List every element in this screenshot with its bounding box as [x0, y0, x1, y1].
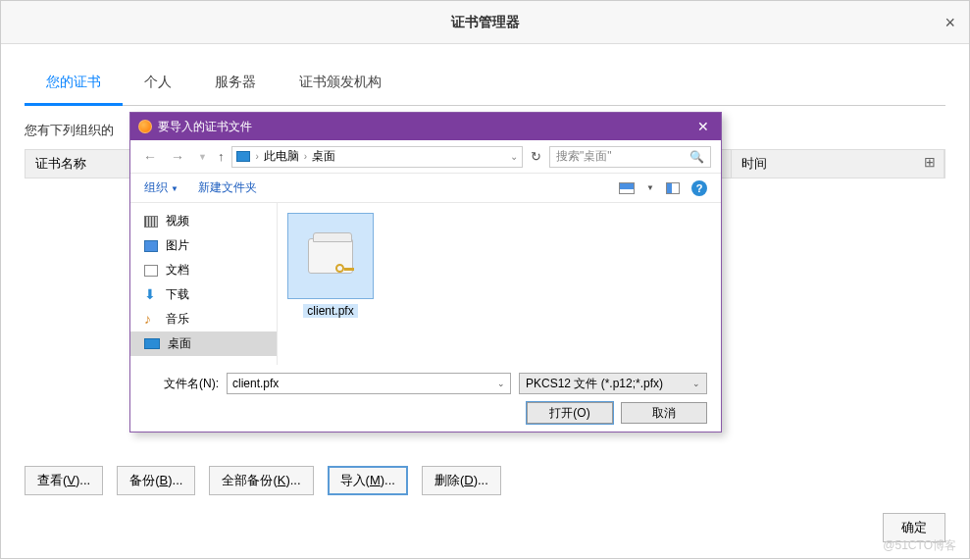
file-picker-bottom: 文件名(N): client.pfx ⌄ PKCS12 文件 (*.p12;*.…	[130, 365, 721, 432]
cert-action-buttons: 查看(V)... 备份(B)... 全部备份(K)... 导入(M)... 删除…	[25, 466, 501, 495]
close-icon[interactable]: ×	[944, 13, 955, 33]
file-picker-sidebar: 视频 图片 文档 ⬇下载 ♪音乐 桌面	[130, 203, 278, 365]
search-input[interactable]: 搜索"桌面" 🔍	[549, 146, 711, 168]
filename-input[interactable]: client.pfx ⌄	[227, 373, 511, 394]
sidebar-item-desktop[interactable]: 桌面	[130, 331, 277, 356]
file-thumbnail	[287, 213, 374, 299]
file-picker-nav: ← → ▼ ↑ › 此电脑 › 桌面 ⌄ ↻ 搜索"桌面" 🔍	[130, 140, 721, 174]
forward-icon[interactable]: →	[168, 149, 187, 165]
cancel-button[interactable]: 取消	[621, 402, 707, 424]
file-name: client.pfx	[303, 304, 357, 318]
sidebar-item-pictures[interactable]: 图片	[130, 233, 277, 258]
music-icon: ♪	[144, 314, 158, 326]
cert-manager-titlebar: 证书管理器 ×	[1, 1, 969, 44]
preview-pane-icon[interactable]	[666, 182, 680, 194]
firefox-icon	[138, 120, 152, 133]
tab-your-certs[interactable]: 您的证书	[25, 62, 123, 106]
organize-menu[interactable]: 组织▼	[144, 179, 179, 196]
file-picker-title: 要导入的证书文件	[158, 119, 693, 135]
view-button[interactable]: 查看(V)...	[25, 466, 103, 495]
view-mode-icon[interactable]	[619, 182, 635, 194]
sidebar-item-video[interactable]: 视频	[130, 209, 277, 233]
help-icon[interactable]: ?	[691, 180, 707, 196]
up-icon[interactable]: ↑	[218, 149, 225, 164]
recent-icon[interactable]: ▼	[195, 152, 210, 162]
file-list[interactable]: client.pfx	[278, 203, 721, 365]
cert-manager-title: 证书管理器	[451, 14, 520, 31]
tab-servers[interactable]: 服务器	[193, 62, 278, 105]
certificate-file-icon	[308, 238, 353, 274]
search-icon: 🔍	[689, 150, 704, 164]
delete-button[interactable]: 删除(D)...	[422, 466, 501, 495]
document-icon	[144, 265, 158, 277]
tab-bar: 您的证书 个人 服务器 证书颁发机构	[25, 62, 945, 106]
back-icon[interactable]: ←	[140, 149, 160, 165]
path-folder[interactable]: 桌面	[312, 148, 335, 165]
new-folder-button[interactable]: 新建文件夹	[198, 179, 257, 196]
file-item[interactable]: client.pfx	[287, 213, 374, 318]
sidebar-item-music[interactable]: ♪音乐	[130, 307, 277, 331]
path-root[interactable]: 此电脑	[264, 148, 299, 165]
file-picker-toolbar: 组织▼ 新建文件夹 ▼ ?	[130, 174, 721, 203]
sidebar-item-downloads[interactable]: ⬇下载	[130, 282, 277, 307]
chevron-right-icon: ›	[304, 151, 307, 162]
close-icon[interactable]: ✕	[693, 119, 713, 134]
refresh-icon[interactable]: ↻	[531, 149, 541, 164]
path-bar[interactable]: › 此电脑 › 桌面 ⌄	[231, 146, 523, 168]
chevron-down-icon[interactable]: ⌄	[497, 379, 505, 388]
tab-authorities[interactable]: 证书颁发机构	[278, 62, 403, 105]
download-icon: ⬇	[144, 289, 158, 301]
column-expand-icon[interactable]: ⊞	[924, 154, 936, 170]
backup-all-button[interactable]: 全部备份(K)...	[209, 466, 313, 495]
file-picker-dialog: 要导入的证书文件 ✕ ← → ▼ ↑ › 此电脑 › 桌面 ⌄ ↻ 搜索"桌面"…	[129, 112, 722, 433]
file-picker-main: 视频 图片 文档 ⬇下载 ♪音乐 桌面 client.pfx	[130, 203, 721, 365]
open-button[interactable]: 打开(O)	[527, 402, 613, 424]
desktop-icon	[144, 338, 160, 349]
tab-personal[interactable]: 个人	[123, 62, 193, 105]
chevron-down-icon[interactable]: ▼	[646, 183, 654, 192]
picture-icon	[144, 240, 158, 252]
import-button[interactable]: 导入(M)...	[328, 466, 408, 495]
chevron-right-icon: ›	[255, 151, 258, 162]
file-filter-dropdown[interactable]: PKCS12 文件 (*.p12;*.pfx) ⌄	[519, 373, 707, 394]
sidebar-item-documents[interactable]: 文档	[130, 258, 277, 282]
col-expire[interactable]: 时间 ⊞	[732, 150, 944, 178]
filename-label: 文件名(N):	[144, 376, 219, 392]
search-placeholder: 搜索"桌面"	[556, 148, 612, 165]
computer-icon	[236, 151, 250, 162]
video-icon	[144, 216, 158, 228]
chevron-down-icon: ⌄	[692, 379, 700, 388]
file-picker-titlebar: 要导入的证书文件 ✕	[130, 113, 721, 140]
chevron-down-icon[interactable]: ⌄	[510, 151, 518, 162]
backup-button[interactable]: 备份(B)...	[117, 466, 195, 495]
watermark: @51CTO博客	[883, 537, 956, 554]
